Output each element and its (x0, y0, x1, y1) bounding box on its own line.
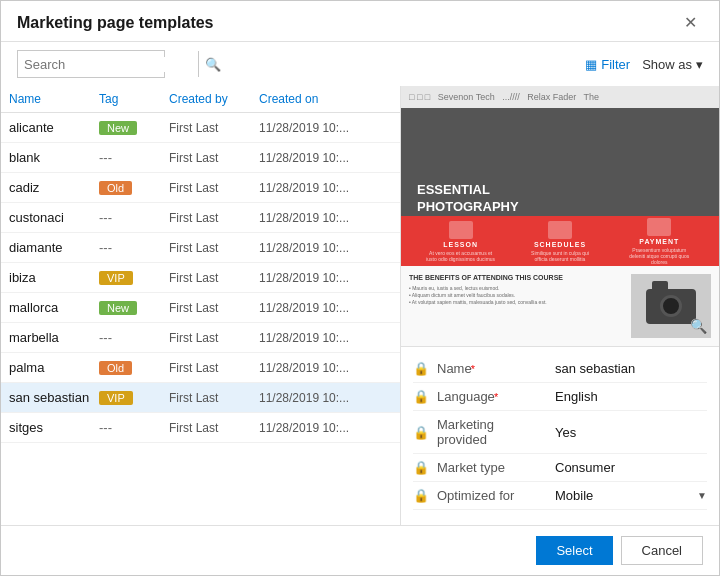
preview-lower-text: THE BENEFITS OF ATTENDING THIS COURSE • … (409, 274, 623, 338)
preview-lower-image: 🔍 (631, 274, 711, 338)
main-content: Name Tag Created by Created on alicante … (1, 86, 719, 525)
table-row[interactable]: san sebastian VIP First Last 11/28/2019 … (1, 383, 400, 413)
search-box: 🔍 (17, 50, 165, 78)
filter-button[interactable]: ▦ Filter (585, 57, 630, 72)
camera-body (646, 289, 696, 324)
schedules-icon (548, 221, 572, 239)
cancel-button[interactable]: Cancel (621, 536, 703, 565)
chevron-down-icon: ▾ (696, 57, 703, 72)
hero-line1: ESSENTIAL (417, 182, 589, 199)
preview-lower-title: THE BENEFITS OF ATTENDING THIS COURSE (409, 274, 623, 281)
table-row[interactable]: diamante --- First Last 11/28/2019 10:..… (1, 233, 400, 263)
preview-hero: ESSENTIAL PHOTOGRAPHY KNOWLEDGE FOR DESI… (401, 108, 719, 266)
row-name: marbella (9, 330, 99, 345)
table-row[interactable]: alicante New First Last 11/28/2019 10:..… (1, 113, 400, 143)
marketing-page-templates-dialog: Marketing page templates ✕ 🔍 ▦ Filter Sh… (0, 0, 720, 576)
search-icon: 🔍 (205, 57, 221, 72)
row-name: ibiza (9, 270, 99, 285)
table-row[interactable]: marbella --- First Last 11/28/2019 10:..… (1, 323, 400, 353)
camera-hump (652, 281, 668, 289)
table-row[interactable]: sitges --- First Last 11/28/2019 10:... (1, 413, 400, 443)
row-tag: --- (99, 330, 169, 345)
preview-lower-body: • Mauris eu, iustis a sed, lectus euismo… (409, 285, 623, 306)
row-created-by: First Last (169, 271, 259, 285)
col-header-created-on[interactable]: Created on (259, 92, 392, 106)
bar-item-schedules: SCHEDULES Similique sunt in culpa qui of… (525, 221, 595, 262)
row-created-on: 11/28/2019 10:... (259, 271, 392, 285)
row-tag: --- (99, 150, 169, 165)
tag-none: --- (99, 150, 112, 165)
row-created-by: First Last (169, 121, 259, 135)
table-row[interactable]: palma Old First Last 11/28/2019 10:... (1, 353, 400, 383)
row-created-by: First Last (169, 301, 259, 315)
row-created-by: First Last (169, 241, 259, 255)
row-tag: --- (99, 210, 169, 225)
prop-value[interactable]: Mobile ▼ (555, 488, 707, 503)
table-row[interactable]: mallorca New First Last 11/28/2019 10:..… (1, 293, 400, 323)
table-body: alicante New First Last 11/28/2019 10:..… (1, 113, 400, 525)
table-row[interactable]: custonaci --- First Last 11/28/2019 10:.… (1, 203, 400, 233)
lesson-icon (449, 221, 473, 239)
tag-badge: New (99, 121, 137, 135)
lock-icon: 🔒 (413, 460, 429, 475)
col-header-name[interactable]: Name (9, 92, 99, 106)
row-name: sitges (9, 420, 99, 435)
prop-label: Name * (437, 361, 547, 376)
row-created-on: 11/28/2019 10:... (259, 331, 392, 345)
row-created-on: 11/28/2019 10:... (259, 241, 392, 255)
col-header-tag[interactable]: Tag (99, 92, 169, 106)
dialog-header: Marketing page templates ✕ (1, 1, 719, 42)
lock-icon: 🔒 (413, 425, 429, 440)
preview-hero-bar: LESSON At vero eos et accusamus et iusto… (401, 216, 719, 266)
row-tag: VIP (99, 390, 169, 405)
table-row[interactable]: ibiza VIP First Last 11/28/2019 10:... (1, 263, 400, 293)
row-created-by: First Last (169, 211, 259, 225)
show-as-button[interactable]: Show as ▾ (642, 57, 703, 72)
prop-row: 🔒 Market type Consumer (413, 454, 707, 482)
row-created-by: First Last (169, 391, 259, 405)
row-name: san sebastian (9, 390, 99, 405)
row-created-by: First Last (169, 361, 259, 375)
properties-panel: 🔒 Name * san sebastian 🔒 Language * Engl… (401, 346, 719, 525)
table-row[interactable]: blank --- First Last 11/28/2019 10:... (1, 143, 400, 173)
preview-top-bar: □ □ □ Sevenon Tech ...//// Relax Fader T… (401, 86, 719, 108)
required-indicator: * (468, 363, 475, 375)
show-as-label: Show as (642, 57, 692, 72)
filter-label: Filter (601, 57, 630, 72)
preview-url: □ □ □ Sevenon Tech ...//// Relax Fader T… (409, 92, 599, 102)
row-name: alicante (9, 120, 99, 135)
select-button[interactable]: Select (536, 536, 612, 565)
row-name: custonaci (9, 210, 99, 225)
payment-label: PAYMENT (639, 238, 679, 245)
row-name: mallorca (9, 300, 99, 315)
row-created-by: First Last (169, 421, 259, 435)
search-input[interactable] (18, 57, 198, 72)
tag-none: --- (99, 330, 112, 345)
row-tag: --- (99, 240, 169, 255)
row-tag: VIP (99, 270, 169, 285)
preview-area: □ □ □ Sevenon Tech ...//// Relax Fader T… (401, 86, 719, 346)
prop-row: 🔒 Marketing provided Yes (413, 411, 707, 454)
lock-icon: 🔒 (413, 389, 429, 404)
prop-row: 🔒 Language * English (413, 383, 707, 411)
row-tag: New (99, 300, 169, 315)
lock-icon: 🔒 (413, 488, 429, 503)
required-indicator: * (491, 391, 498, 403)
tag-badge: Old (99, 361, 132, 375)
prop-value: Yes (555, 425, 707, 440)
row-created-on: 11/28/2019 10:... (259, 211, 392, 225)
prop-label: Market type (437, 460, 547, 475)
preview-lower: THE BENEFITS OF ATTENDING THIS COURSE • … (401, 266, 719, 346)
prop-value: san sebastian (555, 361, 707, 376)
tag-none: --- (99, 210, 112, 225)
search-icon-button[interactable]: 🔍 (198, 51, 227, 77)
row-created-by: First Last (169, 331, 259, 345)
lesson-text: At vero eos et accusamus et iusto odio d… (426, 250, 496, 262)
table-row[interactable]: cadiz Old First Last 11/28/2019 10:... (1, 173, 400, 203)
left-panel: Name Tag Created by Created on alicante … (1, 86, 401, 525)
close-button[interactable]: ✕ (678, 13, 703, 33)
row-created-on: 11/28/2019 10:... (259, 181, 392, 195)
lesson-label: LESSON (443, 241, 478, 248)
row-created-by: First Last (169, 181, 259, 195)
col-header-created-by[interactable]: Created by (169, 92, 259, 106)
